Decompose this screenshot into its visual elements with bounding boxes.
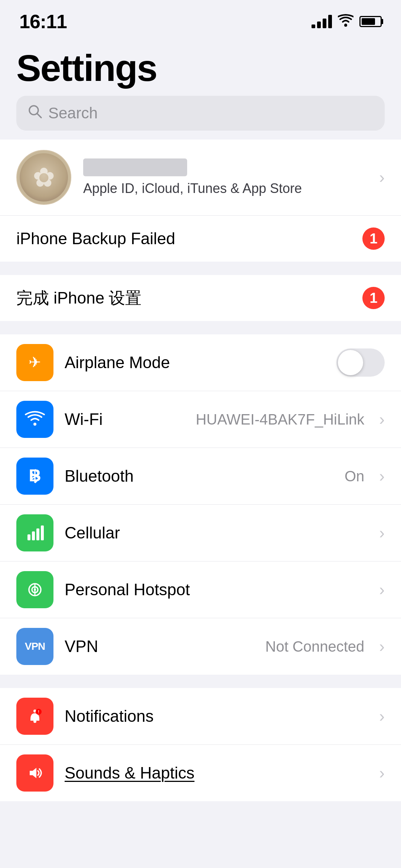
svg-rect-13 bbox=[36, 528, 39, 540]
sounds-chevron-icon: › bbox=[379, 764, 385, 782]
profile-section: Apple ID, iCloud, iTunes & App Store › i… bbox=[0, 140, 401, 262]
bluetooth-chevron-icon: › bbox=[379, 467, 385, 485]
wifi-chevron-icon: › bbox=[379, 410, 385, 429]
avatar bbox=[16, 150, 71, 205]
search-icon bbox=[27, 104, 42, 122]
svg-text:!: ! bbox=[38, 710, 39, 714]
status-icons bbox=[312, 14, 382, 29]
network-settings-section: ✈ Airplane Mode Wi-Fi HUAWEI-4BAK7F_HiLi… bbox=[0, 334, 401, 675]
settings-item-bluetooth[interactable]: B Bluetooth On › bbox=[0, 448, 401, 505]
cellular-icon bbox=[16, 514, 53, 551]
wifi-settings-icon bbox=[16, 401, 53, 438]
signal-icon bbox=[312, 15, 332, 28]
settings-item-cellular[interactable]: Cellular › bbox=[0, 505, 401, 561]
settings-item-notifications[interactable]: ! Notifications › bbox=[0, 688, 401, 745]
profile-subtitle: Apple ID, iCloud, iTunes & App Store bbox=[83, 181, 367, 196]
hotspot-label: Personal Hotspot bbox=[65, 580, 368, 599]
wifi-icon bbox=[338, 14, 353, 29]
battery-icon bbox=[359, 16, 382, 27]
svg-text:✈: ✈ bbox=[29, 354, 41, 370]
vpn-label: VPN bbox=[65, 637, 254, 656]
notifications-chevron-icon: › bbox=[379, 707, 385, 725]
settings-item-sounds[interactable]: Sounds & Haptics › bbox=[0, 745, 401, 801]
wifi-label: Wi-Fi bbox=[65, 410, 185, 429]
status-bar: 16:11 bbox=[0, 0, 401, 36]
page-title: Settings bbox=[16, 48, 385, 88]
backup-failed-badge: 1 bbox=[362, 227, 385, 250]
settings-item-hotspot[interactable]: Personal Hotspot › bbox=[0, 561, 401, 618]
svg-point-22 bbox=[33, 720, 36, 723]
bluetooth-label: Bluetooth bbox=[65, 467, 333, 485]
svg-point-0 bbox=[344, 24, 347, 27]
svg-rect-14 bbox=[41, 525, 44, 540]
profile-info: Apple ID, iCloud, iTunes & App Store bbox=[83, 158, 367, 196]
section-separator-2 bbox=[0, 321, 401, 334]
complete-iphone-label: 完成 iPhone 设置 bbox=[16, 287, 141, 309]
svg-rect-11 bbox=[27, 534, 30, 540]
bluetooth-value: On bbox=[345, 468, 364, 485]
cellular-label: Cellular bbox=[65, 524, 368, 542]
sounds-label: Sounds & Haptics bbox=[65, 764, 368, 782]
profile-row[interactable]: Apple ID, iCloud, iTunes & App Store › bbox=[0, 140, 401, 216]
settings-item-wifi[interactable]: Wi-Fi HUAWEI-4BAK7F_HiLink › bbox=[0, 391, 401, 448]
complete-iphone-badge: 1 bbox=[362, 287, 385, 309]
svg-marker-25 bbox=[30, 768, 36, 778]
backup-failed-label: iPhone Backup Failed bbox=[16, 229, 175, 248]
status-time: 16:11 bbox=[19, 10, 67, 33]
svg-point-4 bbox=[33, 423, 36, 426]
vpn-chevron-icon: › bbox=[379, 637, 385, 656]
vpn-icon: VPN bbox=[16, 628, 53, 665]
section-separator-3 bbox=[0, 675, 401, 688]
notifications-label: Notifications bbox=[65, 707, 368, 725]
vpn-value: Not Connected bbox=[265, 638, 365, 655]
airplane-mode-toggle[interactable] bbox=[336, 348, 385, 377]
cellular-chevron-icon: › bbox=[379, 524, 385, 542]
search-placeholder: Search bbox=[48, 104, 98, 122]
settings-item-vpn[interactable]: VPN VPN Not Connected › bbox=[0, 618, 401, 675]
svg-line-2 bbox=[37, 114, 41, 118]
notifications-icon: ! bbox=[16, 698, 53, 735]
hotspot-chevron-icon: › bbox=[379, 580, 385, 599]
search-bar[interactable]: Search bbox=[16, 96, 385, 131]
complete-iphone-section: 完成 iPhone 设置 1 bbox=[0, 275, 401, 321]
page-title-section: Settings bbox=[0, 36, 401, 96]
airplane-mode-label: Airplane Mode bbox=[65, 353, 325, 372]
profile-name-blurred bbox=[83, 158, 187, 176]
hotspot-icon bbox=[16, 571, 53, 608]
complete-iphone-row[interactable]: 完成 iPhone 设置 1 bbox=[0, 275, 401, 321]
section-separator-1 bbox=[0, 262, 401, 275]
sounds-icon bbox=[16, 754, 53, 792]
backup-failed-row[interactable]: iPhone Backup Failed 1 bbox=[0, 216, 401, 262]
svg-rect-12 bbox=[32, 531, 35, 540]
bluetooth-icon: B bbox=[16, 458, 53, 495]
profile-chevron-icon: › bbox=[379, 168, 385, 187]
search-section: Search bbox=[0, 96, 401, 140]
wifi-value: HUAWEI-4BAK7F_HiLink bbox=[196, 411, 364, 428]
airplane-mode-icon: ✈ bbox=[16, 344, 53, 381]
bottom-settings-section: ! Notifications › Sounds & Haptics › bbox=[0, 688, 401, 801]
settings-item-airplane-mode[interactable]: ✈ Airplane Mode bbox=[0, 334, 401, 391]
